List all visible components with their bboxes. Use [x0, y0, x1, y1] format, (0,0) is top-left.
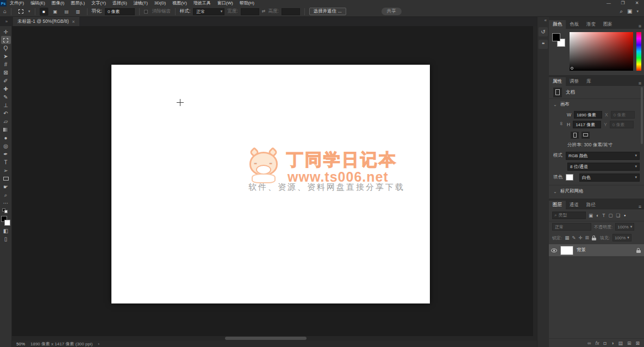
add-selection-button[interactable]: ▣ — [51, 8, 60, 16]
blend-mode-dropdown[interactable]: 正常 — [552, 223, 591, 231]
pen-tool[interactable]: ✒ — [1, 150, 11, 158]
visibility-eye-icon[interactable] — [551, 249, 557, 252]
tab-channels[interactable]: 通道 — [566, 201, 583, 209]
tab-paths[interactable]: 路径 — [583, 201, 599, 209]
layer-thumbnail[interactable] — [560, 246, 573, 255]
crop-tool[interactable]: # — [1, 60, 11, 69]
chevron-right-icon[interactable]: › — [98, 342, 99, 346]
menu-plugins[interactable]: 增效工具 — [190, 0, 214, 7]
search-icon[interactable]: ⌕ — [620, 7, 623, 16]
blur-tool[interactable]: ● — [1, 134, 11, 142]
eyedropper-tool[interactable]: ✐ — [1, 77, 11, 85]
panel-scrollbar-thumb[interactable] — [641, 87, 643, 144]
menu-edit[interactable]: 编辑(E) — [27, 0, 48, 7]
toolbar-expand-icon[interactable]: » — [0, 17, 13, 26]
zoom-level[interactable]: 50% — [16, 342, 25, 346]
lock-all-icon[interactable] — [592, 236, 596, 240]
tab-swatches[interactable]: 色板 — [566, 20, 583, 29]
healing-brush-tool[interactable]: ✚ — [1, 85, 11, 93]
canvas-height-input[interactable]: 1417 像素 — [573, 121, 601, 128]
filter-type-icon[interactable]: T — [602, 213, 605, 218]
lock-artboard-icon[interactable]: ⊞ — [585, 235, 589, 240]
hand-tool[interactable]: ☛ — [1, 183, 11, 191]
gradient-tool[interactable] — [1, 126, 11, 134]
menu-view[interactable]: 视图(V) — [169, 0, 190, 7]
share-button[interactable]: 共享 — [382, 8, 402, 15]
height-input[interactable] — [282, 8, 300, 15]
lock-position-icon[interactable]: ✛ — [578, 235, 582, 240]
filter-toggle-icon[interactable]: ● — [624, 214, 626, 217]
close-button[interactable]: ✕ — [630, 0, 644, 7]
folder-icon[interactable]: ▤ — [618, 340, 623, 346]
menu-window[interactable]: 窗口(W) — [214, 0, 236, 7]
subtract-selection-button[interactable]: ▤ — [62, 8, 71, 16]
layer-search-input[interactable]: ⌕ 类型 — [552, 212, 586, 219]
tab-adjustments[interactable]: 调整 — [566, 77, 583, 86]
tab-color[interactable]: 颜色 — [549, 20, 566, 29]
history-brush-tool[interactable]: ↶ — [1, 109, 11, 117]
home-icon[interactable]: ⌂ — [3, 7, 7, 16]
clone-stamp-tool[interactable]: ⊥ — [1, 101, 11, 109]
type-tool[interactable]: T — [1, 158, 11, 166]
move-tool[interactable]: ✛ — [1, 28, 11, 36]
layer-row-background[interactable]: 背景 — [549, 244, 644, 256]
link-dimensions-icon[interactable]: ∞ — [559, 122, 564, 127]
horizontal-scrollbar[interactable] — [12, 336, 537, 340]
document-tab[interactable]: 未标题-1 @ 50%(RGB/8) × — [13, 17, 79, 26]
select-and-mask-button[interactable]: 选择并遮住 ... — [309, 8, 346, 15]
scrollbar-thumb[interactable] — [225, 337, 307, 340]
saturation-brightness-field[interactable] — [570, 32, 633, 71]
delete-icon[interactable]: ⊠ — [635, 340, 640, 346]
tab-patterns[interactable]: 图案 — [599, 20, 616, 29]
fx-icon[interactable]: fx — [596, 340, 599, 346]
minimize-button[interactable]: — — [602, 0, 616, 7]
tool-preset-caret-icon[interactable]: ▾ — [28, 9, 30, 14]
color-swatches[interactable] — [1, 216, 11, 227]
antialias-checkbox[interactable] — [144, 10, 148, 14]
fill-color-swatch[interactable] — [566, 174, 573, 181]
screen-mode-button[interactable]: ▯ — [1, 235, 11, 243]
link-icon[interactable]: ∞ — [587, 340, 591, 346]
menu-3d[interactable]: 3D(D) — [151, 0, 169, 7]
document-canvas[interactable]: 丁同学日记本 www.ts006.net 软件、资源、资料网盘直接分享下载 — [111, 65, 430, 303]
filter-adjustment-icon[interactable]: ◐ — [596, 213, 599, 218]
menu-filter[interactable]: 滤镜(T) — [130, 0, 151, 7]
menu-image[interactable]: 图像(I) — [48, 0, 68, 7]
feather-input[interactable]: 0 像素 — [105, 8, 135, 15]
intersect-selection-button[interactable]: ▥ — [74, 8, 83, 16]
portrait-orientation-button[interactable] — [571, 132, 579, 139]
history-panel-icon[interactable]: ↺ — [539, 27, 548, 36]
canvas-width-input[interactable]: 1890 像素 — [574, 111, 602, 119]
edit-toolbar-icon[interactable]: ⋯ — [1, 199, 11, 207]
filter-smart-object-icon[interactable]: ❏ — [615, 213, 621, 218]
panel-menu-icon[interactable]: ≡ — [639, 23, 644, 29]
collapse-panels-icon[interactable]: « — [542, 17, 549, 24]
swap-dimensions-icon[interactable]: ⇄ — [262, 7, 266, 16]
menu-help[interactable]: 帮助(H) — [236, 0, 258, 7]
mask-icon[interactable]: ◘ — [604, 340, 607, 346]
canvas-section-header[interactable]: ⌄ 画布 — [549, 99, 644, 110]
opacity-input[interactable]: 100% ▾ — [615, 223, 634, 231]
bit-depth-dropdown[interactable]: 8 位/通道 ▾ — [567, 163, 640, 171]
foreground-color-swatch[interactable] — [552, 33, 560, 41]
restore-button[interactable]: ❐ — [616, 0, 630, 7]
menu-file[interactable]: 文件(F) — [7, 0, 27, 7]
color-mode-dropdown[interactable]: RGB 颜色 ▾ — [566, 152, 640, 160]
adjustment-icon[interactable]: ◑ — [611, 340, 614, 346]
new-layer-icon[interactable]: ⊞ — [627, 340, 632, 346]
object-selection-tool[interactable]: ➤ — [1, 52, 11, 60]
hue-slider[interactable] — [636, 32, 641, 71]
lock-transparency-icon[interactable]: ▦ — [565, 235, 569, 240]
close-tab-icon[interactable]: × — [72, 19, 75, 24]
tool-preset-button[interactable] — [16, 8, 26, 16]
lock-paint-icon[interactable]: ✎ — [572, 235, 576, 240]
new-selection-button[interactable]: ■ — [40, 8, 48, 16]
fill-input[interactable]: 100% ▾ — [612, 234, 632, 241]
path-selection-tool[interactable]: ➢ — [1, 166, 11, 175]
rectangle-tool[interactable] — [1, 175, 11, 183]
tab-gradients[interactable]: 渐变 — [583, 20, 599, 29]
vertical-scrollbar[interactable] — [533, 26, 537, 336]
default-colors-icon[interactable] — [2, 208, 10, 214]
brush-tool[interactable]: ✎ — [1, 93, 11, 101]
menu-type[interactable]: 文字(Y) — [88, 0, 109, 7]
